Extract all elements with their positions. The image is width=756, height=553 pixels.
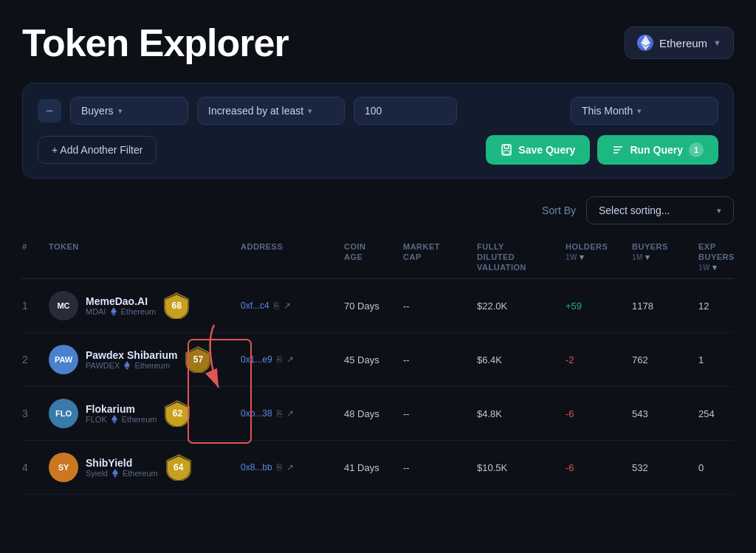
token-avatar: MC bbox=[49, 291, 78, 320]
ethereum-icon bbox=[637, 35, 653, 51]
score-badge: 62 bbox=[164, 400, 190, 427]
buyers: 532 bbox=[632, 462, 698, 473]
holders: -6 bbox=[566, 408, 632, 419]
holders: -2 bbox=[566, 354, 632, 365]
token-ticker: FLOK Ethereum bbox=[86, 415, 157, 424]
table-body: 1 MC MemeDao.AI MDAI Ethereum bbox=[22, 279, 734, 495]
market-cap: -- bbox=[403, 462, 477, 473]
copy-icon[interactable]: ⎘ bbox=[274, 300, 279, 311]
col-header-address: ADDRESS bbox=[241, 242, 344, 272]
coin-age: 41 Days bbox=[344, 462, 403, 473]
run-query-button[interactable]: Run Query 1 bbox=[597, 135, 718, 165]
fdv: $4.8K bbox=[477, 408, 566, 419]
network-icon bbox=[111, 469, 120, 478]
save-query-button[interactable]: Save Query bbox=[486, 135, 590, 165]
run-query-label: Run Query bbox=[630, 144, 683, 156]
col-header-buyers[interactable]: BUYERS 1M ▾ bbox=[632, 242, 698, 272]
exp-buyers: 0 bbox=[698, 462, 756, 473]
network-icon bbox=[110, 415, 119, 424]
save-icon bbox=[501, 144, 512, 156]
sort-by-label: Sort By bbox=[542, 205, 576, 216]
token-name: Flokarium bbox=[86, 403, 157, 415]
filter-buyers-select[interactable]: Buyers ▾ bbox=[70, 97, 188, 125]
col-header-exp-buyers[interactable]: EXP BUYERS 1W ▾ bbox=[698, 242, 756, 272]
external-link-icon[interactable]: ↗ bbox=[286, 408, 294, 419]
sort-placeholder: Select sorting... bbox=[599, 205, 670, 216]
buyers: 543 bbox=[632, 408, 698, 419]
token-name: ShibYield bbox=[86, 457, 158, 469]
filter-actions: + Add Another Filter Save Query bbox=[38, 135, 718, 165]
holders: +59 bbox=[566, 300, 632, 312]
coin-age: 70 Days bbox=[344, 300, 403, 312]
filter-bar: − Buyers ▾ Increased by at least ▾ 100 T… bbox=[22, 83, 734, 179]
token-name: Pawdex Shibarium bbox=[86, 349, 177, 361]
col-header-num: # bbox=[22, 242, 49, 272]
token-avatar: FLO bbox=[49, 399, 78, 428]
copy-icon[interactable]: ⎘ bbox=[277, 462, 282, 473]
address-cell: 0x8...bb ⎘ ↗ bbox=[241, 462, 344, 473]
filter-remove-button[interactable]: − bbox=[38, 99, 61, 123]
row-number: 2 bbox=[22, 354, 49, 365]
run-icon bbox=[612, 144, 624, 156]
external-link-icon[interactable]: ↗ bbox=[286, 354, 294, 365]
token-avatar: PAW bbox=[49, 345, 78, 374]
svg-rect-2 bbox=[504, 151, 509, 154]
svg-rect-1 bbox=[504, 145, 509, 148]
exp-buyers: 12 bbox=[698, 300, 756, 312]
score-badge: 57 bbox=[185, 346, 211, 373]
page-title: Token Explorer bbox=[22, 21, 289, 65]
holders: -6 bbox=[566, 462, 632, 473]
external-link-icon[interactable]: ↗ bbox=[286, 462, 294, 473]
filter-row: − Buyers ▾ Increased by at least ▾ 100 T… bbox=[38, 97, 718, 125]
token-name: MemeDao.AI bbox=[86, 295, 156, 307]
token-ticker: Syield Ethereum bbox=[86, 469, 158, 478]
condition-label: Increased by at least bbox=[208, 105, 303, 117]
fdv: $6.4K bbox=[477, 354, 566, 365]
sort-chevron-icon: ▾ bbox=[717, 206, 721, 216]
token-cell: MC MemeDao.AI MDAI Ethereum 6 bbox=[49, 291, 241, 320]
token-cell: FLO Flokarium FLOK Ethereum 6 bbox=[49, 399, 241, 428]
token-avatar: SY bbox=[49, 453, 78, 482]
token-ticker: PAWDEX Ethereum bbox=[86, 361, 177, 370]
period-label: This Month bbox=[582, 105, 633, 117]
coin-age: 48 Days bbox=[344, 408, 403, 419]
col-header-market-cap: MARKET CAP bbox=[403, 242, 477, 272]
minus-icon: − bbox=[46, 103, 54, 119]
token-info: ShibYield Syield Ethereum bbox=[86, 457, 158, 478]
table-row[interactable]: 4 SY ShibYield Syield Ethereum bbox=[22, 441, 734, 495]
token-info: Flokarium FLOK Ethereum bbox=[86, 403, 157, 424]
col-header-holders[interactable]: HOLDERS 1W ▾ bbox=[566, 242, 632, 272]
table-row[interactable]: 1 MC MemeDao.AI MDAI Ethereum bbox=[22, 279, 734, 333]
buyers-chevron-icon: ▾ bbox=[118, 106, 123, 116]
page-header: Token Explorer Ethereum ▼ bbox=[22, 21, 734, 65]
token-table: # TOKEN ADDRESS COIN AGE MARKET CAP FULL… bbox=[22, 236, 734, 495]
sort-row: Sort By Select sorting... ▾ bbox=[22, 196, 734, 224]
buyers: 1178 bbox=[632, 300, 698, 312]
score-badge: 64 bbox=[165, 454, 192, 481]
market-cap: -- bbox=[403, 408, 477, 419]
external-link-icon[interactable]: ↗ bbox=[284, 300, 291, 311]
network-selector[interactable]: Ethereum ▼ bbox=[625, 27, 734, 59]
score-badge: 68 bbox=[163, 292, 190, 319]
token-info: MemeDao.AI MDAI Ethereum bbox=[86, 295, 156, 316]
coin-age: 45 Days bbox=[344, 354, 403, 365]
table-row[interactable]: 2 PAW Pawdex Shibarium PAWDEX Ethereum bbox=[22, 333, 734, 387]
add-filter-label: + Add Another Filter bbox=[52, 144, 142, 156]
address-text: 0xf...c4 bbox=[241, 300, 269, 311]
condition-chevron-icon: ▾ bbox=[308, 106, 312, 116]
add-filter-button[interactable]: + Add Another Filter bbox=[38, 136, 157, 164]
token-info: Pawdex Shibarium PAWDEX Ethereum bbox=[86, 349, 177, 370]
copy-icon[interactable]: ⎘ bbox=[277, 354, 282, 365]
network-icon bbox=[123, 361, 131, 370]
filter-period-select[interactable]: This Month ▾ bbox=[571, 97, 718, 125]
filter-value-input[interactable]: 100 bbox=[354, 97, 457, 125]
filter-condition-select[interactable]: Increased by at least ▾ bbox=[197, 97, 345, 125]
address-text: 0x8...bb bbox=[241, 462, 272, 473]
network-icon bbox=[109, 307, 118, 316]
sort-select[interactable]: Select sorting... ▾ bbox=[586, 196, 734, 224]
run-query-badge: 1 bbox=[689, 142, 704, 157]
col-header-coin-age: COIN AGE bbox=[344, 242, 403, 272]
copy-icon[interactable]: ⎘ bbox=[277, 408, 282, 419]
table-row[interactable]: 3 FLO Flokarium FLOK Ethereum bbox=[22, 387, 734, 441]
buyers-label: Buyers bbox=[81, 105, 114, 117]
